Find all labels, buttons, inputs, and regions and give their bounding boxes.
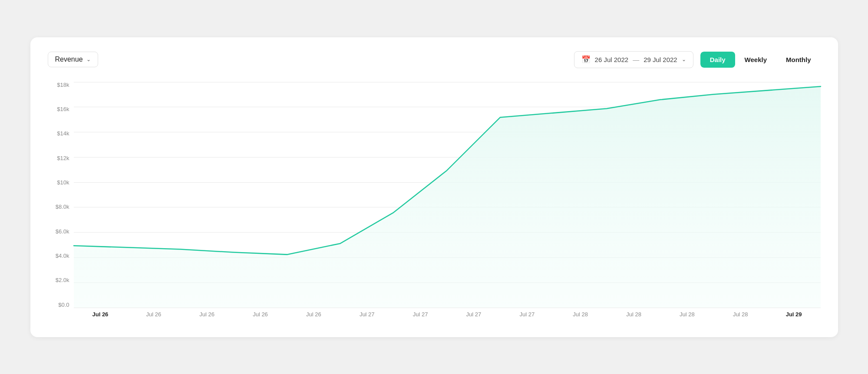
x-axis-label: Jul 28 [714, 311, 767, 318]
period-buttons: Daily Weekly Monthly [700, 52, 821, 68]
chart-area-fill [74, 86, 821, 308]
date-end: 29 Jul 2022 [644, 56, 677, 63]
y-axis-label: $14k [48, 131, 74, 136]
x-axis-label: Jul 27 [500, 311, 554, 318]
weekly-button[interactable]: Weekly [735, 52, 776, 68]
y-axis-label: $8.0k [48, 204, 74, 210]
header-right: 📅 26 Jul 2022 — 29 Jul 2022 ⌄ Daily Week… [574, 51, 821, 68]
x-axis-label: Jul 26 [127, 311, 180, 318]
x-axis-label: Jul 27 [447, 311, 501, 318]
x-axis-label: Jul 26 [234, 311, 287, 318]
y-axis-label: $0.0 [48, 302, 74, 308]
x-axis-label: Jul 28 [660, 311, 714, 318]
revenue-dropdown[interactable]: Revenue ⌄ [48, 52, 98, 67]
chevron-down-icon: ⌄ [86, 56, 91, 62]
date-separator: — [633, 56, 639, 63]
x-axis-label: Jul 27 [394, 311, 447, 318]
chart-svg [74, 82, 821, 308]
revenue-label: Revenue [55, 56, 83, 63]
y-axis-label: $2.0k [48, 277, 74, 283]
x-axis-label: Jul 26 [74, 311, 127, 318]
date-range-picker[interactable]: 📅 26 Jul 2022 — 29 Jul 2022 ⌄ [574, 51, 693, 68]
x-axis-label: Jul 26 [287, 311, 340, 318]
x-axis-label: Jul 29 [767, 311, 821, 318]
chart-inner [74, 82, 821, 308]
x-axis-label: Jul 26 [180, 311, 234, 318]
chart-header: Revenue ⌄ 📅 26 Jul 2022 — 29 Jul 2022 ⌄ … [48, 51, 821, 68]
x-axis-label: Jul 27 [340, 311, 394, 318]
y-axis: $0.0$2.0k$4.0k$6.0k$8.0k$10k$12k$14k$16k… [48, 82, 74, 308]
y-axis-label: $18k [48, 82, 74, 88]
x-axis: Jul 26Jul 26Jul 26Jul 26Jul 26Jul 27Jul … [74, 308, 821, 325]
y-axis-label: $4.0k [48, 253, 74, 259]
daily-button[interactable]: Daily [700, 52, 735, 68]
chart-card: Revenue ⌄ 📅 26 Jul 2022 — 29 Jul 2022 ⌄ … [30, 37, 838, 337]
monthly-button[interactable]: Monthly [776, 52, 821, 68]
x-axis-label: Jul 28 [607, 311, 660, 318]
calendar-icon: 📅 [581, 55, 591, 64]
chart-area: $0.0$2.0k$4.0k$6.0k$8.0k$10k$12k$14k$16k… [48, 82, 821, 325]
date-start: 26 Jul 2022 [595, 56, 629, 63]
y-axis-label: $12k [48, 155, 74, 161]
y-axis-label: $16k [48, 106, 74, 112]
chevron-down-icon: ⌄ [682, 56, 686, 62]
x-axis-label: Jul 28 [554, 311, 607, 318]
y-axis-label: $6.0k [48, 229, 74, 234]
y-axis-label: $10k [48, 180, 74, 185]
